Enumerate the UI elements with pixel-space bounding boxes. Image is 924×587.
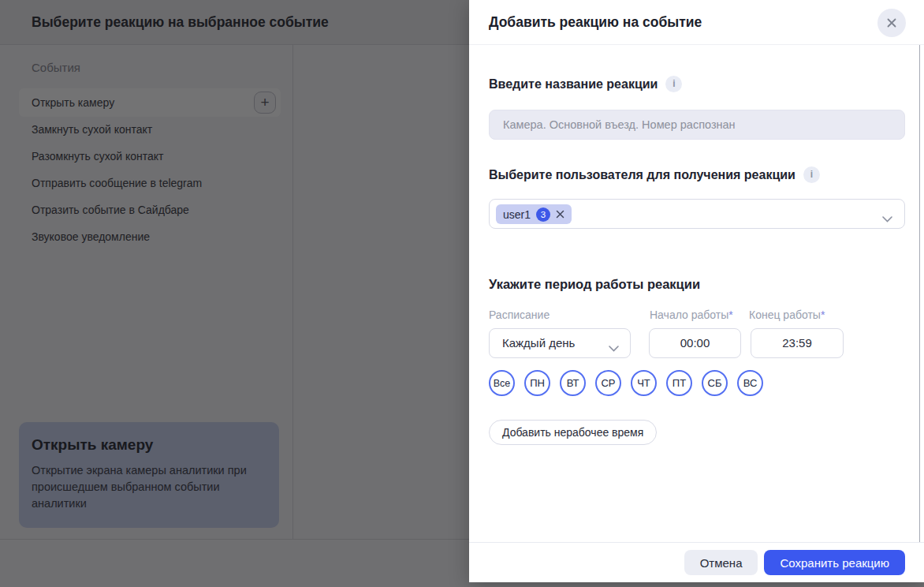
weekday-toggle-row: Все ПН ВТ СР ЧТ ПТ СБ ВС	[489, 370, 763, 396]
modal-header: Добавить реакцию на событие	[469, 0, 924, 45]
remove-chip-icon[interactable]	[556, 210, 564, 219]
cancel-button[interactable]: Отмена	[684, 550, 758, 575]
period-section-title: Укажите период работы реакции	[489, 277, 700, 292]
modal-title: Добавить реакцию на событие	[489, 0, 702, 44]
required-mark: *	[728, 308, 732, 321]
chevron-down-icon[interactable]	[882, 211, 892, 226]
day-toggle-sat[interactable]: СБ	[702, 370, 728, 396]
schedule-label: Расписание	[489, 308, 550, 321]
scrollbar[interactable]	[919, 45, 920, 542]
screen: Выберите реакцию на выбранное событие Со…	[0, 0, 924, 587]
required-mark: *	[821, 308, 825, 321]
start-time-label: Начало работы*	[650, 308, 733, 321]
modal-footer: Отмена Сохранить реакцию	[469, 542, 924, 582]
day-toggle-mon[interactable]: ПН	[524, 370, 550, 396]
day-toggle-fri[interactable]: ПТ	[666, 370, 692, 396]
info-icon[interactable]: i	[803, 166, 820, 183]
reaction-name-label: Введите название реакции	[489, 77, 658, 92]
add-reaction-modal: Добавить реакцию на событие Введите назв…	[469, 0, 924, 582]
save-reaction-button[interactable]: Сохранить реакцию	[764, 550, 905, 575]
user-chip: user1 3	[496, 204, 572, 224]
day-toggle-all[interactable]: Все	[489, 370, 515, 396]
user-chip-count-badge: 3	[536, 208, 550, 222]
user-select-label: Выберите пользователя для получения реак…	[489, 168, 795, 182]
user-multiselect[interactable]: user1 3	[489, 199, 905, 229]
day-toggle-tue[interactable]: ВТ	[560, 370, 586, 396]
day-toggle-thu[interactable]: ЧТ	[631, 370, 657, 396]
day-toggle-wed[interactable]: СР	[595, 370, 621, 396]
user-chip-label: user1	[503, 208, 531, 221]
user-select-label-row: Выберите пользователя для получения реак…	[489, 166, 820, 183]
reaction-name-label-row: Введите название реакции i	[489, 76, 682, 92]
close-icon	[886, 17, 897, 28]
chevron-down-icon	[609, 341, 619, 355]
reaction-name-input[interactable]: Камера. Основной въезд. Номер распознан	[489, 110, 905, 140]
start-time-input[interactable]: 00:00	[649, 328, 741, 358]
end-time-label: Конец работы*	[749, 308, 825, 321]
schedule-select[interactable]: Каждый день	[489, 328, 631, 358]
schedule-select-value: Каждый день	[502, 329, 575, 357]
info-icon[interactable]: i	[665, 76, 682, 92]
end-time-input[interactable]: 23:59	[751, 328, 844, 358]
add-downtime-button[interactable]: Добавить нерабочее время	[489, 420, 657, 445]
day-toggle-sun[interactable]: ВС	[737, 370, 763, 396]
close-button[interactable]	[877, 9, 906, 37]
